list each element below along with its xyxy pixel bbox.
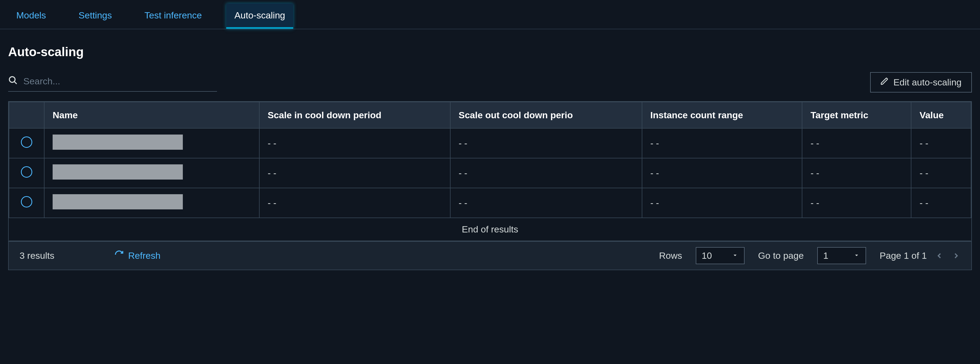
svg-line-1 (14, 81, 17, 84)
cell-scale-in: - - (259, 128, 450, 158)
table-row: - - - - - - - - - - (9, 158, 971, 188)
column-name: Name (44, 102, 259, 128)
column-scale-in: Scale in cool down period (259, 102, 450, 128)
tab-test-inference[interactable]: Test inference (136, 3, 210, 29)
goto-page-label: Go to page (758, 250, 804, 261)
toolbar: Edit auto-scaling (0, 59, 980, 92)
end-of-results-text: End of results (9, 218, 971, 241)
end-of-results-row: End of results (9, 218, 971, 241)
cell-scale-in: - - (259, 158, 450, 188)
tab-auto-scaling[interactable]: Auto-scaling (226, 3, 293, 29)
rows-value: 10 (702, 250, 712, 261)
cell-scale-out: - - (450, 158, 642, 188)
cell-target-metric: - - (802, 128, 911, 158)
name-redacted (52, 164, 183, 180)
search-box[interactable] (8, 73, 217, 92)
pencil-icon (880, 77, 889, 87)
goto-page-value: 1 (823, 250, 828, 261)
name-redacted (52, 135, 183, 150)
cell-scale-out: - - (450, 188, 642, 218)
tab-bar: Models Settings Test inference Auto-scal… (0, 0, 980, 29)
column-instance-range: Instance count range (642, 102, 802, 128)
row-radio[interactable] (21, 137, 32, 148)
refresh-button[interactable]: Refresh (114, 250, 161, 262)
edit-button-label: Edit auto-scaling (894, 77, 962, 87)
caret-down-icon (732, 250, 738, 261)
cell-instance-range: - - (642, 188, 802, 218)
page-title: Auto-scaling (0, 29, 980, 59)
refresh-label: Refresh (128, 250, 161, 261)
cell-instance-range: - - (642, 128, 802, 158)
cell-value: - - (911, 128, 971, 158)
search-input[interactable] (23, 76, 217, 86)
edit-auto-scaling-button[interactable]: Edit auto-scaling (870, 72, 972, 92)
search-icon (8, 75, 18, 87)
auto-scaling-table: Name Scale in cool down period Scale out… (8, 101, 972, 242)
caret-down-icon (853, 250, 860, 261)
prev-page-button[interactable] (935, 251, 943, 260)
cell-value: - - (911, 188, 971, 218)
name-redacted (52, 194, 183, 210)
column-select (9, 102, 44, 128)
cell-target-metric: - - (802, 158, 911, 188)
rows-label: Rows (659, 250, 682, 261)
table-row: - - - - - - - - - - (9, 188, 971, 218)
rows-select[interactable]: 10 (696, 247, 745, 264)
tab-settings[interactable]: Settings (70, 3, 120, 29)
goto-page-select[interactable]: 1 (817, 247, 866, 264)
table-row: - - - - - - - - - - (9, 128, 971, 158)
results-count: 3 results (19, 250, 54, 261)
cell-scale-in: - - (259, 188, 450, 218)
cell-target-metric: - - (802, 188, 911, 218)
svg-point-0 (10, 76, 15, 82)
row-radio[interactable] (21, 196, 32, 208)
column-value: Value (911, 102, 971, 128)
page-indicator: Page 1 of 1 (880, 250, 927, 261)
column-scale-out: Scale out cool down perio (450, 102, 642, 128)
row-radio[interactable] (21, 166, 32, 178)
column-target-metric: Target metric (802, 102, 911, 128)
table-footer: 3 results Refresh Rows 10 Go to page 1 (8, 242, 972, 270)
refresh-icon (114, 250, 124, 262)
cell-instance-range: - - (642, 158, 802, 188)
cell-scale-out: - - (450, 128, 642, 158)
cell-value: - - (911, 158, 971, 188)
next-page-button[interactable] (952, 251, 961, 260)
tab-models[interactable]: Models (8, 3, 54, 29)
